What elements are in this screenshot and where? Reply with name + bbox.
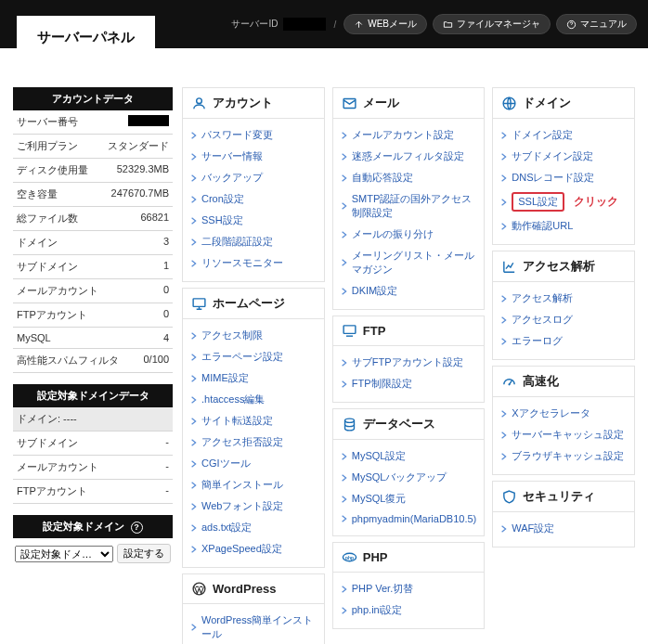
menu-item[interactable]: 迷惑メールフィルタ設定 [339,146,479,167]
chart-icon [501,259,517,275]
speed-icon [501,374,517,390]
menu-item[interactable]: サイト転送設定 [188,410,318,431]
menu-item[interactable]: ブラウザキャッシュ設定 [499,445,629,467]
category-body: パスワード変更サーバー情報バックアップCron設定SSH設定二段階認証設定リソー… [183,119,324,281]
category-title: アクセス解析 [523,258,595,275]
menu-item[interactable]: メールの振り分け [339,224,479,245]
target-domain-block: 設定対象ドメインデータ ドメイン: ----サブドメイン-メールアカウント-FT… [13,384,173,504]
menu-item[interactable]: 二段階認証設定 [188,231,318,252]
server-id-label: サーバーID [231,18,278,31]
menu-item[interactable]: メーリングリスト・メールマガジン [339,245,479,280]
menu-item[interactable]: サーバー情報 [188,146,318,167]
set-domain-button[interactable]: 設定する [117,544,171,563]
menu-item-label: サブドメイン設定 [512,149,593,163]
menu-item[interactable]: php.ini設定 [339,599,479,621]
chevron-right-icon [190,375,198,382]
account-row: FTPアカウント0 [13,303,173,328]
menu-item-label: Xアクセラレータ [512,406,590,420]
separator: / [333,19,336,30]
menu-item[interactable]: サブFTPアカウント設定 [339,352,479,373]
chevron-right-icon [190,260,198,267]
target-row: サブドメイン- [13,431,173,456]
account-row: ご利用プランスタンダード [13,135,173,159]
menu-item[interactable]: MySQL設定 [339,445,479,467]
menu-item[interactable]: SMTP認証の国外アクセス制限設定 [339,188,479,224]
menu-item[interactable]: FTP制限設定 [339,373,479,394]
menu-item[interactable]: MIME設定 [188,367,318,389]
menu-item[interactable]: WordPress簡単インストール [188,610,318,644]
menu-item[interactable]: サーバーキャッシュ設定 [499,424,629,445]
menu-item[interactable]: ads.txt設定 [188,517,318,538]
category-head[interactable]: アクセス解析 [493,251,634,282]
category-head[interactable]: WordPress [183,574,324,604]
category-head[interactable]: データベース [333,409,485,440]
click-annotation: クリック [574,194,618,210]
menu-item[interactable]: サブドメイン設定 [499,146,629,167]
account-row-value: 66821 [140,212,169,225]
account-row-value: スタンダード [108,139,169,153]
menu-item[interactable]: アクセス解析 [499,288,629,309]
target-domain-select[interactable]: 設定対象ドメイン [15,546,113,562]
menu-item[interactable]: MySQL復元 [339,488,479,509]
menu-item-label: phpmyadmin(MariaDB10.5) [352,513,477,524]
account-row-value [128,115,169,129]
menu-item[interactable]: Xアクセラレータ [499,403,629,424]
target-row: メールアカウント- [13,456,173,480]
chevron-right-icon [341,259,348,266]
category-panel: ドメインドメイン設定サブドメイン設定DNSレコード設定SSL設定クリック動作確認… [492,87,635,245]
category-head[interactable]: ドメイン [493,88,634,119]
manual-button[interactable]: マニュアル [556,14,637,34]
menu-item[interactable]: パスワード変更 [188,124,318,146]
menu-item[interactable]: アクセス拒否設定 [188,431,318,453]
menu-item[interactable]: PHP Ver.切替 [339,578,479,599]
menu-item[interactable]: SSH設定 [188,210,318,231]
menu-item[interactable]: DNSレコード設定 [499,167,629,188]
menu-item[interactable]: XPageSpeed設定 [188,538,318,560]
shield-icon [501,489,517,505]
menu-item[interactable]: WAF設定 [499,518,629,539]
target-row-value: - [165,436,169,450]
menu-item[interactable]: MySQLバックアップ [339,467,479,488]
menu-item[interactable]: Webフォント設定 [188,496,318,517]
target-row: FTPアカウント- [13,480,173,504]
webmail-button[interactable]: WEBメール [343,14,427,34]
menu-item[interactable]: アクセスログ [499,309,629,330]
menu-item[interactable]: 動作確認URL [499,215,629,237]
menu-item[interactable]: phpmyadmin(MariaDB10.5) [339,509,479,528]
category-title: ドメイン [523,95,571,111]
chevron-right-icon [190,332,198,340]
menu-item-label: 迷惑メールフィルタ設定 [352,149,464,163]
chevron-right-icon [341,496,348,503]
menu-item[interactable]: Cron設定 [188,188,318,210]
account-row-label: 空き容量 [17,187,58,201]
menu-item[interactable]: バックアップ [188,167,318,188]
menu-item[interactable]: ドメイン設定 [499,124,629,146]
menu-item[interactable]: 簡単インストール [188,474,318,496]
menu-item[interactable]: CGIツール [188,453,318,474]
menu-item-label: SSH設定 [201,213,243,227]
menu-item-label: ads.txt設定 [201,521,252,535]
menu-item[interactable]: .htaccess編集 [188,389,318,410]
category-head[interactable]: メール [333,88,485,119]
menu-item[interactable]: リソースモニター [188,252,318,274]
category-head[interactable]: FTP [333,316,485,346]
menu-item[interactable]: 自動応答設定 [339,167,479,188]
menu-item-label: Cron設定 [201,192,244,206]
filemanager-button[interactable]: ファイルマネージャ [433,14,551,34]
category-head[interactable]: セキュリティ [493,482,634,512]
category-head[interactable]: 高速化 [493,367,634,397]
menu-item[interactable]: メールアカウント設定 [339,124,479,146]
menu-item-label: パスワード変更 [201,128,273,142]
category-head[interactable]: PHP [333,543,485,573]
menu-item[interactable]: エラーログ [499,330,629,352]
menu-item-label: DKIM設定 [352,284,398,298]
help-icon[interactable]: ? [131,522,143,534]
category-head[interactable]: ホームページ [183,289,324,319]
category-head[interactable]: アカウント [183,88,324,119]
menu-item[interactable]: SSL設定クリック [499,188,629,215]
menu-item-label: メールアカウント設定 [352,128,454,142]
menu-item[interactable]: DKIM設定 [339,280,479,302]
menu-item[interactable]: アクセス制限 [188,325,318,346]
chevron-right-icon [500,295,508,303]
menu-item[interactable]: エラーページ設定 [188,346,318,367]
